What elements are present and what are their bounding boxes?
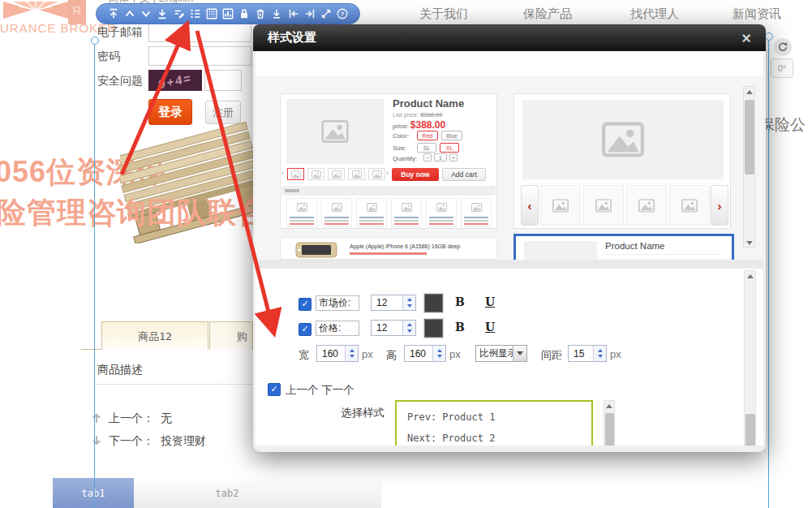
help-icon[interactable]: ? xyxy=(335,6,350,21)
market-price-underline-button[interactable]: U xyxy=(485,295,495,308)
thumbnail[interactable] xyxy=(368,168,385,180)
values-icon[interactable] xyxy=(204,6,219,21)
spinner-arrows[interactable] xyxy=(402,321,415,335)
nav-products[interactable]: 保险产品 xyxy=(523,6,572,22)
thumbnail[interactable] xyxy=(348,168,365,180)
color-option-blue[interactable]: Blue xyxy=(441,131,462,140)
move-down-icon[interactable] xyxy=(139,6,153,21)
prev-value[interactable]: 无 xyxy=(161,411,172,426)
scroll-up-icon[interactable] xyxy=(744,87,754,97)
spinner-arrows[interactable] xyxy=(593,346,606,361)
fit-mode-dropdown[interactable]: 比例显示 xyxy=(475,345,527,362)
market-price-bold-button[interactable]: B xyxy=(455,295,465,308)
spinner-arrows[interactable] xyxy=(345,346,358,361)
captcha-image[interactable]: 9+4= xyxy=(148,70,202,91)
lock-icon[interactable] xyxy=(237,6,251,21)
market-price-size-spinner[interactable]: 12 xyxy=(371,295,416,311)
scrollbar-thumb[interactable] xyxy=(745,414,755,446)
price-underline-button[interactable]: U xyxy=(485,321,495,334)
style-option-gallery[interactable]: ‹ › xyxy=(513,93,731,229)
style-list-scrollbar[interactable] xyxy=(604,400,615,446)
width-spinner[interactable]: 160 xyxy=(316,345,359,362)
resize-icon[interactable] xyxy=(319,6,333,21)
chart-icon[interactable] xyxy=(221,6,235,21)
mini-product-card[interactable] xyxy=(286,198,317,227)
tab-product[interactable]: 商品12 xyxy=(101,321,208,350)
scroll-up-icon[interactable] xyxy=(604,401,614,411)
carousel-prev-button[interactable]: ‹ xyxy=(521,185,539,226)
gap-spinner[interactable]: 15 xyxy=(568,345,607,362)
mini-product-card[interactable] xyxy=(391,198,422,227)
thumbnail[interactable] xyxy=(669,185,710,226)
mini-product-card[interactable] xyxy=(321,198,352,227)
price-bold-button[interactable]: B xyxy=(455,321,465,334)
nav-agents[interactable]: 找代理人 xyxy=(630,6,679,22)
color-option-red[interactable]: Red xyxy=(417,131,438,140)
thumbnail[interactable] xyxy=(328,168,345,180)
size-option-xl[interactable]: XL xyxy=(440,143,459,153)
next-value[interactable]: 投资理财 xyxy=(161,434,206,449)
selection-handle-left[interactable] xyxy=(91,37,99,45)
scrollbar-thumb[interactable] xyxy=(605,413,614,446)
delete-icon[interactable] xyxy=(253,6,268,21)
captcha-input[interactable] xyxy=(204,70,242,91)
download-icon[interactable] xyxy=(269,6,284,21)
nav-about[interactable]: 关于我们 xyxy=(419,6,468,22)
thumbnail[interactable] xyxy=(540,185,581,226)
email-input[interactable] xyxy=(148,24,251,42)
spinner-arrows[interactable] xyxy=(402,295,415,310)
preview-product-name: Product Name xyxy=(393,97,464,110)
price-checkbox[interactable]: ✓ xyxy=(299,323,311,336)
market-price-checkbox[interactable]: ✓ xyxy=(299,298,311,311)
style-option-stacked[interactable]: Prev: Product 1 Next: Product 2 xyxy=(395,400,593,446)
nav-news[interactable]: 新闻资讯 xyxy=(733,6,781,22)
thumb-prev-icon[interactable]: ‹ xyxy=(281,169,284,177)
tab-purchase[interactable]: 购 xyxy=(209,321,253,350)
preview-scrollbar[interactable] xyxy=(743,86,755,248)
thumbnail[interactable] xyxy=(583,185,624,226)
align-left-icon[interactable] xyxy=(286,6,301,21)
spinner-arrows[interactable] xyxy=(432,346,445,361)
password-input[interactable] xyxy=(148,46,251,66)
thumbnail[interactable] xyxy=(626,185,667,226)
style-option-list-item[interactable]: Apple (Apple) iPhone 6 (A1586) 16GB deep xyxy=(280,237,497,260)
move-to-bottom-icon[interactable] xyxy=(155,6,170,21)
tab-tab1[interactable]: tab1 xyxy=(53,478,134,508)
tab-tab2[interactable]: tab2 xyxy=(187,478,268,508)
style-option-selected[interactable]: Product Name List price: $388.00 xyxy=(513,234,734,260)
mini-product-card[interactable] xyxy=(356,198,387,227)
qty-plus-button[interactable]: + xyxy=(449,153,458,161)
thumb-next-icon[interactable]: › xyxy=(386,169,389,177)
carousel-next-button[interactable]: › xyxy=(711,185,728,226)
rotate-button[interactable] xyxy=(774,38,792,56)
prevnext-checkbox[interactable]: ✓ xyxy=(268,383,281,396)
market-price-label-input[interactable]: 市场价: xyxy=(316,295,359,311)
move-up-icon[interactable] xyxy=(122,6,137,21)
price-color-swatch[interactable] xyxy=(424,319,443,338)
scroll-down-icon[interactable] xyxy=(744,238,754,248)
list-settings-icon[interactable] xyxy=(188,6,203,21)
edit-icon[interactable] xyxy=(172,6,187,21)
qty-minus-button[interactable]: − xyxy=(423,153,432,161)
buy-now-button[interactable]: Buy now xyxy=(392,168,439,181)
price-label-input[interactable]: 价格: xyxy=(316,321,359,336)
price-size-spinner[interactable]: 12 xyxy=(371,320,416,336)
style-option-detail[interactable]: Product Name List price: $388.00 price: … xyxy=(280,93,497,229)
align-right-icon[interactable] xyxy=(303,6,317,21)
dialog-body: Product Name List price: $388.00 price: … xyxy=(256,51,763,446)
add-cart-button[interactable]: Add cart xyxy=(442,168,486,181)
close-icon[interactable]: × xyxy=(741,30,751,46)
selection-handle-right[interactable] xyxy=(765,32,773,41)
thumbnail[interactable] xyxy=(307,168,324,180)
settings-scrollbar[interactable] xyxy=(744,270,756,446)
height-spinner[interactable]: 160 xyxy=(404,345,446,362)
move-to-top-icon[interactable] xyxy=(106,6,121,21)
size-option-sl[interactable]: SL xyxy=(417,143,436,153)
mini-product-card[interactable] xyxy=(426,198,457,227)
thumbnail-selected[interactable] xyxy=(287,168,304,180)
market-price-color-swatch[interactable] xyxy=(424,294,443,312)
scrollbar-thumb[interactable] xyxy=(745,100,754,174)
scroll-up-icon[interactable] xyxy=(745,271,755,281)
mini-product-card[interactable] xyxy=(461,198,492,227)
dialog-header[interactable]: 样式设置 × xyxy=(253,24,766,51)
